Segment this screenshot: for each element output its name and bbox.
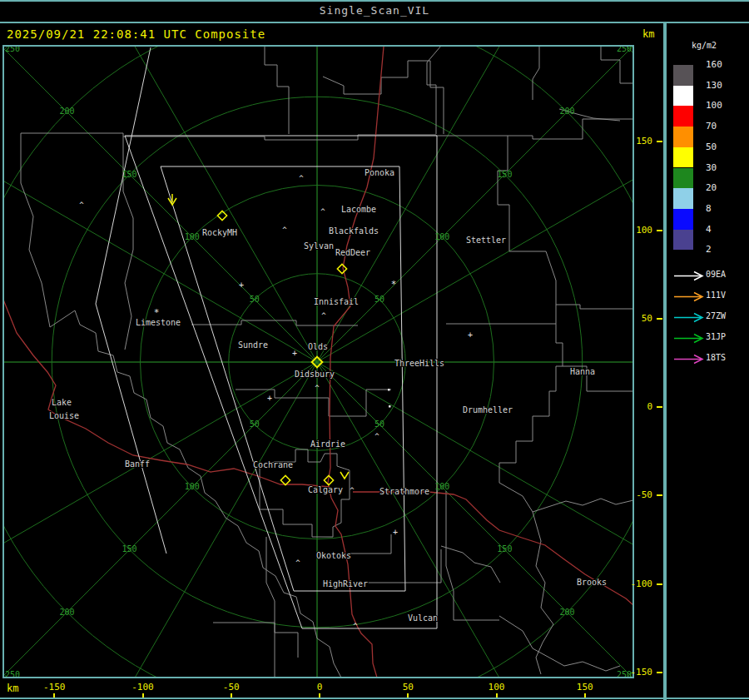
radar-arrow-icon	[672, 352, 704, 368]
titlebar-top-rule	[0, 0, 749, 2]
town-label: Cochrane	[253, 460, 293, 469]
county-boundary	[446, 305, 556, 324]
town-label: Lacombe	[341, 205, 376, 214]
radar-arrow-icon	[672, 333, 704, 344]
town-marker: *	[391, 279, 397, 290]
radar-arrow-icon	[672, 291, 704, 302]
radar-arrow-icon	[672, 331, 704, 347]
town-marker: +	[267, 394, 272, 403]
radar-id-label: 111V	[706, 290, 726, 300]
legend-threshold-label: 8	[706, 204, 712, 214]
town-marker	[388, 389, 390, 391]
legend-threshold-label: 70	[706, 122, 717, 132]
y-axis-label: -50	[627, 490, 652, 500]
y-axis-tick	[657, 672, 662, 673]
y-axis-label: 100	[627, 226, 652, 236]
legend-threshold-label: 160	[706, 60, 722, 70]
azimuth-spoke	[2, 136, 317, 363]
ring-distance-label: 150	[122, 544, 137, 554]
x-axis-label: 50	[389, 683, 426, 693]
legend-swatch	[673, 188, 693, 209]
radar-id-label: 31JP	[706, 332, 726, 342]
town-label: Banff	[125, 459, 150, 469]
legend-threshold-label: 100	[706, 101, 722, 111]
ring-distance-label: 200	[59, 107, 74, 116]
y-axis-tick	[657, 406, 662, 408]
y-axis-tick	[657, 494, 662, 496]
legend-threshold-label: 20	[706, 183, 717, 193]
county-boundary	[533, 47, 539, 100]
county-boundary	[236, 390, 391, 416]
x-axis-label: 150	[567, 683, 603, 693]
town-marker: ^	[79, 201, 84, 209]
radar-site-marker	[280, 475, 290, 484]
county-boundary	[446, 491, 499, 620]
town-marker: +	[468, 330, 473, 340]
county-boundary	[436, 119, 633, 139]
legend-unit-label: kg/m2	[692, 41, 717, 50]
county-boundary	[441, 546, 500, 583]
radar-arrow-icon	[672, 310, 704, 326]
ring-distance-label: 200	[59, 608, 74, 617]
town-label: Limestone	[136, 318, 181, 327]
azimuth-spoke	[317, 45, 544, 362]
y-axis-label: 150	[627, 137, 652, 146]
scan-timestamp: 2025/09/21 22:08:41 UTC Composite	[7, 27, 265, 41]
county-boundary	[499, 616, 620, 671]
county-boundary	[265, 47, 289, 134]
town-label: Hanna	[570, 367, 595, 376]
titlebar-bottom-rule	[0, 22, 749, 23]
y-axis-tick	[657, 230, 662, 231]
radar-arrow-icon	[672, 290, 704, 305]
azimuth-spoke	[317, 362, 634, 589]
ring-distance-label: 50	[250, 295, 260, 304]
town-marker: ^	[350, 486, 355, 494]
legend-swatch	[673, 127, 693, 147]
legend-threshold-label: 2	[706, 245, 712, 255]
town-label: RedDeer	[335, 248, 370, 257]
radar-map[interactable]: 5050505010010010010015015015015020020020…	[2, 45, 634, 678]
azimuth-spoke	[317, 45, 634, 362]
radar-id-label: 27ZW	[706, 311, 726, 321]
y-axis-label: -150	[627, 668, 652, 678]
town-marker	[389, 405, 391, 408]
y-axis-unit-label: km	[642, 28, 654, 40]
county-boundary	[366, 549, 441, 583]
radar-arrow-icon	[672, 269, 704, 285]
town-marker: +	[239, 280, 244, 290]
legend-swatch	[673, 147, 693, 168]
storm-arrow-icon	[340, 472, 349, 479]
town-marker: ^	[315, 384, 320, 392]
ring-distance-label: 100	[185, 482, 200, 491]
town-label: Blackfalds	[329, 226, 379, 236]
ring-distance-label: 150	[497, 170, 512, 179]
ring-distance-label: 50	[250, 420, 260, 429]
azimuth-spoke	[2, 45, 317, 362]
ring-distance-label: 50	[374, 295, 384, 304]
x-axis-label: -100	[125, 683, 161, 693]
ring-distance-label: 200	[559, 107, 574, 116]
town-label: Drumheller	[463, 405, 513, 415]
town-label: Didsbury	[295, 370, 335, 379]
town-marker: ^	[282, 226, 287, 234]
scan-sector-outline	[96, 47, 166, 554]
county-boundary	[350, 534, 391, 554]
x-axis-label: 0	[301, 683, 338, 693]
x-axis-label: 100	[479, 683, 515, 693]
scan-sector-outline	[125, 136, 437, 628]
azimuth-spoke	[2, 362, 317, 678]
town-label: Lake	[52, 398, 72, 407]
window-title: Single_Scan_VIL	[0, 4, 749, 17]
town-marker: *	[154, 307, 160, 318]
town-label: RockyMH	[202, 228, 237, 237]
town-label: Innisfail	[314, 297, 359, 306]
legend-threshold-label: 130	[706, 81, 722, 91]
footer-rule	[0, 698, 749, 699]
legend-threshold-label: 4	[706, 225, 712, 235]
radar-id-label: 09EA	[706, 270, 726, 280]
ring-distance-label: 100	[434, 482, 449, 491]
town-marker: +	[393, 528, 398, 537]
panel-divider	[663, 23, 667, 700]
town-label: Vulcan	[408, 613, 438, 623]
y-axis-tick	[657, 141, 662, 142]
